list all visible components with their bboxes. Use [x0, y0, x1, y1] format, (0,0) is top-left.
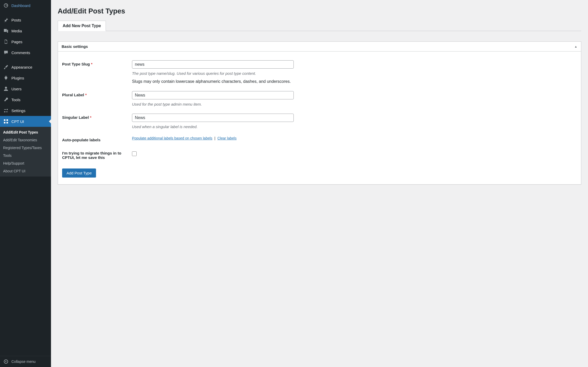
- svg-rect-3: [4, 122, 5, 123]
- submenu-item-tools[interactable]: Tools: [0, 152, 51, 159]
- collapse-icon: [3, 359, 9, 364]
- plug-icon: [3, 75, 9, 81]
- pipe-separator: |: [214, 136, 215, 140]
- submenu-item-add-edit-taxonomies[interactable]: Add/Edit Taxonomies: [0, 136, 51, 144]
- field-label: I'm trying to migrate things in to CPTUI…: [62, 149, 132, 160]
- sidebar-item-pages[interactable]: Pages: [0, 36, 51, 47]
- sidebar-label: Comments: [11, 50, 48, 55]
- panel-body: Post Type Slug * The post type name/slug…: [58, 52, 581, 184]
- admin-sidebar: Dashboard Posts Media Pages Comments App…: [0, 0, 51, 367]
- migrate-checkbox[interactable]: [132, 151, 137, 156]
- basic-settings-panel: Basic settings ▲ Post Type Slug * The po…: [58, 41, 581, 185]
- sidebar-separator: [0, 11, 51, 14]
- sidebar-label: Media: [11, 29, 48, 33]
- required-asterisk: *: [91, 62, 92, 66]
- field-description: Used when a singular label is needed.: [132, 124, 577, 129]
- sidebar-label: Posts: [11, 18, 48, 22]
- collapse-label: Collapse menu: [11, 359, 35, 364]
- singular-label-input[interactable]: [132, 114, 294, 122]
- sidebar-item-dashboard[interactable]: Dashboard: [0, 0, 51, 11]
- post-type-slug-input[interactable]: [132, 60, 294, 69]
- required-asterisk: *: [90, 115, 92, 120]
- row-post-type-slug: Post Type Slug * The post type name/slug…: [62, 57, 577, 87]
- sidebar-label: Users: [11, 87, 48, 91]
- field-label: Plural Label *: [62, 91, 132, 97]
- page-icon: [3, 39, 9, 45]
- sidebar-item-appearance[interactable]: Appearance: [0, 62, 51, 72]
- cpt-ui-submenu: Add/Edit Post Types Add/Edit Taxonomies …: [0, 127, 51, 177]
- media-icon: [3, 28, 9, 34]
- label-text: Plural Label: [62, 93, 84, 97]
- page-title: Add/Edit Post Types: [58, 7, 581, 15]
- field-note: Slugs may only contain lowercase alphanu…: [132, 79, 577, 84]
- sidebar-item-media[interactable]: Media: [0, 25, 51, 36]
- field-label: Auto-populate labels: [62, 136, 132, 142]
- sidebar-separator: [0, 58, 51, 62]
- panel-title: Basic settings: [62, 44, 88, 49]
- sidebar-item-tools[interactable]: Tools: [0, 94, 51, 105]
- dashboard-icon: [3, 3, 9, 8]
- label-text: Post Type Slug: [62, 62, 90, 66]
- row-auto-populate: Auto-populate labels Populate additional…: [62, 133, 577, 146]
- sidebar-label: Dashboard: [11, 3, 48, 8]
- sidebar-item-comments[interactable]: Comments: [0, 47, 51, 58]
- sliders-icon: [3, 108, 9, 113]
- sidebar-item-settings[interactable]: Settings: [0, 105, 51, 116]
- sidebar-item-posts[interactable]: Posts: [0, 14, 51, 25]
- row-singular-label: Singular Label * Used when a singular la…: [62, 110, 577, 133]
- svg-rect-2: [6, 119, 8, 121]
- panel-header[interactable]: Basic settings ▲: [58, 42, 581, 52]
- chevron-up-icon: ▲: [574, 45, 577, 48]
- collapse-menu-button[interactable]: Collapse menu: [0, 356, 51, 367]
- row-migrate: I'm trying to migrate things in to CPTUI…: [62, 146, 577, 163]
- sidebar-label: Appearance: [11, 65, 48, 69]
- sidebar-label: Plugins: [11, 76, 48, 80]
- svg-rect-1: [4, 119, 5, 121]
- field-description: Used for the post type admin menu item.: [132, 102, 577, 106]
- add-post-type-button[interactable]: Add Post Type: [62, 168, 96, 178]
- svg-rect-4: [6, 122, 8, 123]
- sidebar-label: Tools: [11, 98, 48, 102]
- sidebar-label: Pages: [11, 40, 48, 44]
- brush-icon: [3, 64, 9, 70]
- sidebar-item-cpt-ui[interactable]: CPT UI: [0, 116, 51, 127]
- tab-add-new-post-type[interactable]: Add New Post Type: [58, 21, 106, 31]
- plural-label-input[interactable]: [132, 91, 294, 99]
- main-content: Add/Edit Post Types Add New Post Type Ba…: [51, 0, 588, 367]
- user-icon: [3, 86, 9, 92]
- label-text: Singular Label: [62, 115, 89, 120]
- submenu-item-about-cpt-ui[interactable]: About CPT UI: [0, 167, 51, 175]
- populate-labels-link[interactable]: Populate additional labels based on chos…: [132, 136, 212, 140]
- row-plural-label: Plural Label * Used for the post type ad…: [62, 87, 577, 110]
- submenu-item-help-support[interactable]: Help/Support: [0, 159, 51, 167]
- sidebar-label: CPT UI: [11, 119, 48, 124]
- field-label: Singular Label *: [62, 114, 132, 120]
- required-asterisk: *: [85, 93, 87, 97]
- submenu-item-registered-types[interactable]: Registered Types/Taxes: [0, 144, 51, 152]
- svg-point-0: [5, 87, 7, 89]
- pin-icon: [3, 17, 9, 23]
- sidebar-item-users[interactable]: Users: [0, 83, 51, 94]
- field-label: Post Type Slug *: [62, 60, 132, 66]
- field-description: The post type name/slug. Used for variou…: [132, 71, 577, 76]
- submenu-item-add-edit-post-types[interactable]: Add/Edit Post Types: [0, 128, 51, 136]
- sidebar-item-plugins[interactable]: Plugins: [0, 72, 51, 83]
- cpt-ui-icon: [3, 119, 9, 124]
- wrench-icon: [3, 97, 9, 102]
- clear-labels-link[interactable]: Clear labels: [217, 136, 237, 140]
- sidebar-label: Settings: [11, 108, 48, 113]
- tab-bar: Add New Post Type: [58, 20, 581, 31]
- comment-icon: [3, 50, 9, 55]
